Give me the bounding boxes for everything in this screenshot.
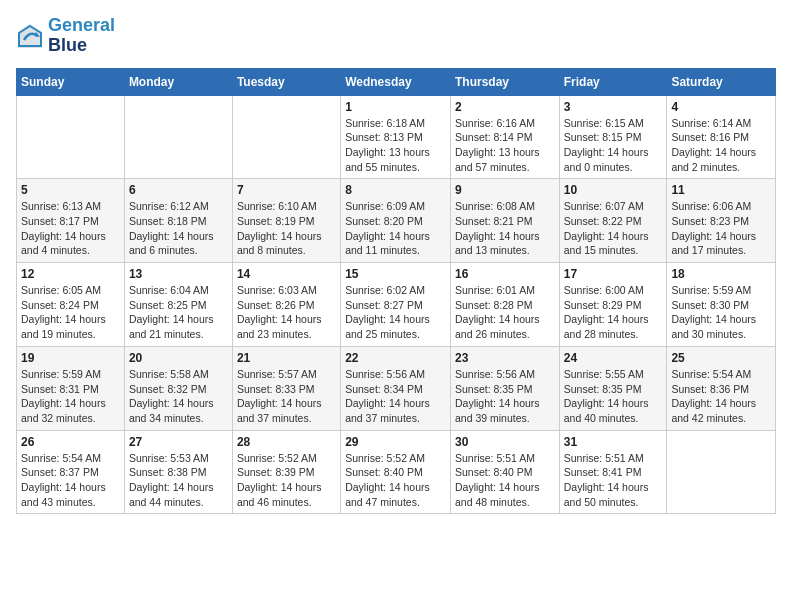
calendar-cell (124, 95, 232, 179)
day-info: Sunrise: 5:54 AM Sunset: 8:37 PM Dayligh… (21, 451, 120, 510)
day-info: Sunrise: 6:02 AM Sunset: 8:27 PM Dayligh… (345, 283, 446, 342)
calendar-cell: 3Sunrise: 6:15 AM Sunset: 8:15 PM Daylig… (559, 95, 667, 179)
day-number: 1 (345, 100, 446, 114)
day-number: 28 (237, 435, 336, 449)
logo-text: GeneralBlue (48, 16, 115, 56)
day-info: Sunrise: 6:13 AM Sunset: 8:17 PM Dayligh… (21, 199, 120, 258)
calendar-cell: 10Sunrise: 6:07 AM Sunset: 8:22 PM Dayli… (559, 179, 667, 263)
calendar-cell: 9Sunrise: 6:08 AM Sunset: 8:21 PM Daylig… (450, 179, 559, 263)
calendar-cell: 26Sunrise: 5:54 AM Sunset: 8:37 PM Dayli… (17, 430, 125, 514)
calendar-cell: 27Sunrise: 5:53 AM Sunset: 8:38 PM Dayli… (124, 430, 232, 514)
day-info: Sunrise: 5:55 AM Sunset: 8:35 PM Dayligh… (564, 367, 663, 426)
calendar-week-1: 1Sunrise: 6:18 AM Sunset: 8:13 PM Daylig… (17, 95, 776, 179)
day-info: Sunrise: 6:08 AM Sunset: 8:21 PM Dayligh… (455, 199, 555, 258)
calendar-cell: 12Sunrise: 6:05 AM Sunset: 8:24 PM Dayli… (17, 263, 125, 347)
day-number: 20 (129, 351, 228, 365)
day-number: 21 (237, 351, 336, 365)
day-number: 22 (345, 351, 446, 365)
day-number: 17 (564, 267, 663, 281)
day-info: Sunrise: 6:12 AM Sunset: 8:18 PM Dayligh… (129, 199, 228, 258)
day-info: Sunrise: 5:51 AM Sunset: 8:41 PM Dayligh… (564, 451, 663, 510)
day-info: Sunrise: 6:09 AM Sunset: 8:20 PM Dayligh… (345, 199, 446, 258)
column-header-wednesday: Wednesday (341, 68, 451, 95)
day-info: Sunrise: 5:57 AM Sunset: 8:33 PM Dayligh… (237, 367, 336, 426)
page-header: GeneralBlue (16, 16, 776, 56)
day-info: Sunrise: 5:53 AM Sunset: 8:38 PM Dayligh… (129, 451, 228, 510)
calendar-cell: 4Sunrise: 6:14 AM Sunset: 8:16 PM Daylig… (667, 95, 776, 179)
calendar-cell: 20Sunrise: 5:58 AM Sunset: 8:32 PM Dayli… (124, 346, 232, 430)
column-header-friday: Friday (559, 68, 667, 95)
calendar-cell (667, 430, 776, 514)
logo: GeneralBlue (16, 16, 115, 56)
calendar-week-3: 12Sunrise: 6:05 AM Sunset: 8:24 PM Dayli… (17, 263, 776, 347)
column-header-saturday: Saturday (667, 68, 776, 95)
calendar-cell: 24Sunrise: 5:55 AM Sunset: 8:35 PM Dayli… (559, 346, 667, 430)
day-number: 25 (671, 351, 771, 365)
day-number: 8 (345, 183, 446, 197)
day-number: 14 (237, 267, 336, 281)
day-number: 31 (564, 435, 663, 449)
day-info: Sunrise: 6:06 AM Sunset: 8:23 PM Dayligh… (671, 199, 771, 258)
day-info: Sunrise: 6:04 AM Sunset: 8:25 PM Dayligh… (129, 283, 228, 342)
calendar-cell: 31Sunrise: 5:51 AM Sunset: 8:41 PM Dayli… (559, 430, 667, 514)
day-info: Sunrise: 6:00 AM Sunset: 8:29 PM Dayligh… (564, 283, 663, 342)
day-number: 9 (455, 183, 555, 197)
calendar-cell: 22Sunrise: 5:56 AM Sunset: 8:34 PM Dayli… (341, 346, 451, 430)
calendar-header: SundayMondayTuesdayWednesdayThursdayFrid… (17, 68, 776, 95)
day-info: Sunrise: 5:52 AM Sunset: 8:40 PM Dayligh… (345, 451, 446, 510)
day-info: Sunrise: 6:18 AM Sunset: 8:13 PM Dayligh… (345, 116, 446, 175)
day-info: Sunrise: 5:54 AM Sunset: 8:36 PM Dayligh… (671, 367, 771, 426)
day-number: 7 (237, 183, 336, 197)
day-number: 10 (564, 183, 663, 197)
day-info: Sunrise: 6:15 AM Sunset: 8:15 PM Dayligh… (564, 116, 663, 175)
day-info: Sunrise: 6:16 AM Sunset: 8:14 PM Dayligh… (455, 116, 555, 175)
calendar-cell: 18Sunrise: 5:59 AM Sunset: 8:30 PM Dayli… (667, 263, 776, 347)
calendar-cell: 19Sunrise: 5:59 AM Sunset: 8:31 PM Dayli… (17, 346, 125, 430)
calendar-cell: 1Sunrise: 6:18 AM Sunset: 8:13 PM Daylig… (341, 95, 451, 179)
calendar-cell: 21Sunrise: 5:57 AM Sunset: 8:33 PM Dayli… (232, 346, 340, 430)
calendar-cell: 25Sunrise: 5:54 AM Sunset: 8:36 PM Dayli… (667, 346, 776, 430)
day-number: 4 (671, 100, 771, 114)
calendar-cell: 15Sunrise: 6:02 AM Sunset: 8:27 PM Dayli… (341, 263, 451, 347)
column-header-thursday: Thursday (450, 68, 559, 95)
day-number: 11 (671, 183, 771, 197)
calendar-cell: 11Sunrise: 6:06 AM Sunset: 8:23 PM Dayli… (667, 179, 776, 263)
calendar-week-2: 5Sunrise: 6:13 AM Sunset: 8:17 PM Daylig… (17, 179, 776, 263)
calendar-table: SundayMondayTuesdayWednesdayThursdayFrid… (16, 68, 776, 515)
day-number: 15 (345, 267, 446, 281)
day-number: 6 (129, 183, 228, 197)
calendar-cell (232, 95, 340, 179)
calendar-cell: 28Sunrise: 5:52 AM Sunset: 8:39 PM Dayli… (232, 430, 340, 514)
calendar-cell: 5Sunrise: 6:13 AM Sunset: 8:17 PM Daylig… (17, 179, 125, 263)
day-info: Sunrise: 6:03 AM Sunset: 8:26 PM Dayligh… (237, 283, 336, 342)
calendar-cell (17, 95, 125, 179)
day-info: Sunrise: 5:58 AM Sunset: 8:32 PM Dayligh… (129, 367, 228, 426)
calendar-cell: 16Sunrise: 6:01 AM Sunset: 8:28 PM Dayli… (450, 263, 559, 347)
calendar-cell: 7Sunrise: 6:10 AM Sunset: 8:19 PM Daylig… (232, 179, 340, 263)
day-number: 3 (564, 100, 663, 114)
day-number: 16 (455, 267, 555, 281)
day-number: 30 (455, 435, 555, 449)
column-header-sunday: Sunday (17, 68, 125, 95)
day-number: 27 (129, 435, 228, 449)
day-number: 13 (129, 267, 228, 281)
day-info: Sunrise: 5:56 AM Sunset: 8:34 PM Dayligh… (345, 367, 446, 426)
calendar-cell: 6Sunrise: 6:12 AM Sunset: 8:18 PM Daylig… (124, 179, 232, 263)
calendar-week-4: 19Sunrise: 5:59 AM Sunset: 8:31 PM Dayli… (17, 346, 776, 430)
day-number: 5 (21, 183, 120, 197)
day-number: 19 (21, 351, 120, 365)
day-info: Sunrise: 5:59 AM Sunset: 8:30 PM Dayligh… (671, 283, 771, 342)
column-header-tuesday: Tuesday (232, 68, 340, 95)
column-header-monday: Monday (124, 68, 232, 95)
day-info: Sunrise: 6:14 AM Sunset: 8:16 PM Dayligh… (671, 116, 771, 175)
day-info: Sunrise: 5:56 AM Sunset: 8:35 PM Dayligh… (455, 367, 555, 426)
day-info: Sunrise: 6:07 AM Sunset: 8:22 PM Dayligh… (564, 199, 663, 258)
day-number: 2 (455, 100, 555, 114)
day-info: Sunrise: 5:59 AM Sunset: 8:31 PM Dayligh… (21, 367, 120, 426)
calendar-cell: 29Sunrise: 5:52 AM Sunset: 8:40 PM Dayli… (341, 430, 451, 514)
calendar-cell: 17Sunrise: 6:00 AM Sunset: 8:29 PM Dayli… (559, 263, 667, 347)
day-number: 24 (564, 351, 663, 365)
calendar-cell: 8Sunrise: 6:09 AM Sunset: 8:20 PM Daylig… (341, 179, 451, 263)
calendar-cell: 14Sunrise: 6:03 AM Sunset: 8:26 PM Dayli… (232, 263, 340, 347)
day-info: Sunrise: 6:01 AM Sunset: 8:28 PM Dayligh… (455, 283, 555, 342)
